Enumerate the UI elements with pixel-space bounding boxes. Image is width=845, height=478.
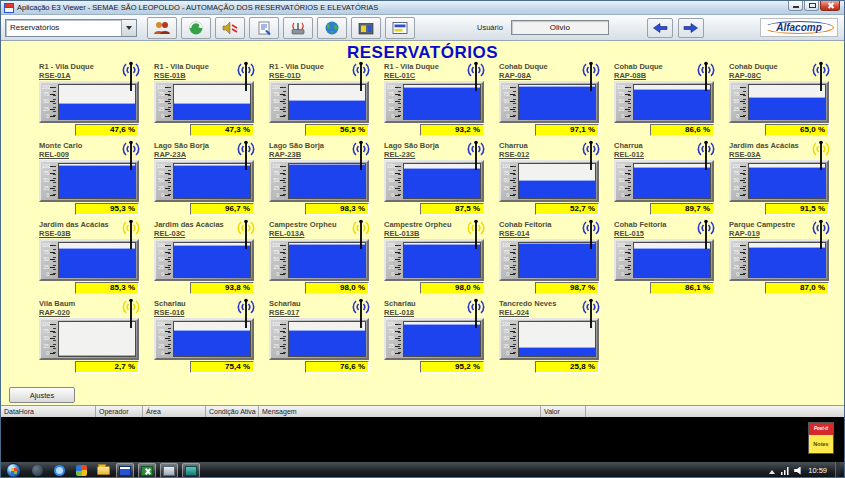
tank-fill [174, 330, 250, 356]
alarm-table-header: DataHoraOperadorÁreaCondição AtivaMensag… [1, 405, 844, 417]
levels-icon[interactable] [385, 17, 415, 39]
tank-fill [289, 330, 365, 356]
tank-widget: Parque Campestre RAP-019 1007550250 87,0… [729, 221, 835, 294]
alarm-speaker-icon[interactable] [215, 17, 245, 39]
tank-fill [59, 248, 135, 277]
tank-scale: 1007550250 [386, 83, 402, 121]
taskbar-app-icon-1[interactable] [28, 463, 46, 478]
tank-fill [404, 168, 480, 198]
screen-selector[interactable]: Reservatórios [5, 19, 137, 37]
tank-fill [404, 87, 480, 119]
tank-widget: Jardim das Acácias REL-03C 1007550250 93… [154, 221, 260, 294]
tray-expand-icon[interactable] [769, 467, 775, 474]
volume-icon[interactable] [794, 467, 802, 475]
telemetry-antenna-icon[interactable] [283, 17, 313, 39]
tank-level-value: 2,7 % [75, 361, 139, 373]
taskbar-folder-icon[interactable] [94, 463, 112, 478]
tank-level-value: 95,2 % [420, 361, 484, 373]
tank-widget: Scharlau RSE-016 1007550250 75,4 % [154, 300, 260, 373]
station-panel-icon[interactable] [351, 17, 381, 39]
antenna-icon [120, 61, 142, 91]
tank-level-value: 75,4 % [190, 361, 254, 373]
back-button[interactable] [647, 18, 673, 38]
world-icon[interactable] [317, 17, 347, 39]
antenna-icon [120, 219, 142, 249]
report-icon[interactable] [249, 17, 279, 39]
tank-fill [634, 89, 710, 118]
maximize-button[interactable] [804, 1, 819, 11]
tank-fill [404, 324, 480, 356]
tank-level-value: 93,8 % [190, 282, 254, 294]
chevron-down-icon[interactable] [121, 20, 136, 36]
tank-level-value: 56,5 % [305, 124, 369, 136]
users-icon[interactable] [147, 17, 177, 39]
antenna-icon [465, 140, 487, 170]
antenna-icon [810, 61, 832, 91]
postit-notes-icon[interactable]: Post-it Notes [808, 422, 834, 454]
alarm-column-header[interactable]: Área [143, 406, 206, 417]
antenna-icon [350, 61, 372, 91]
taskbar-clock[interactable]: 10:59 [808, 466, 827, 475]
alarm-column-header[interactable]: Valor [541, 406, 586, 417]
antenna-icon [810, 140, 832, 170]
minimize-button[interactable] [788, 1, 803, 11]
tank-row: Monte Carlo REL-009 1007550250 95,3 % La… [39, 142, 844, 215]
tank-widget: Jardim das Acácias RSE-03A 1007550250 91… [729, 142, 835, 215]
antenna-icon [120, 298, 142, 328]
tank-widget: Cohab Duque RAP-08A 1007550250 97,1 % [499, 63, 605, 136]
user-field[interactable]: Olivio [511, 20, 609, 35]
tank-row: Vila Baum RAP-020 1007550250 2,7 % Schar… [39, 300, 844, 373]
antenna-icon [350, 140, 372, 170]
taskbar-browser-icon[interactable] [50, 463, 68, 478]
tank-level-value: 98,7 % [535, 282, 599, 294]
tank-widget: Cohab Duque RAP-08C 1007550250 65,0 % [729, 63, 835, 136]
tank-fill [634, 167, 710, 197]
taskbar-app-icon-2[interactable] [160, 463, 178, 478]
antenna-icon [235, 219, 257, 249]
alarm-column-header[interactable]: Condição Ativa [206, 406, 259, 417]
alarm-column-header[interactable]: Mensagem [259, 406, 541, 417]
tank-scale: 1007550250 [731, 83, 747, 121]
user-label: Usuário [477, 23, 503, 32]
tank-widget: Cohab Duque RAP-08B 1007550250 86,6 % [614, 63, 720, 136]
tank-scale: 1007550250 [616, 241, 632, 279]
tank-widget: R1 - Vila Duque RSE-01B 1007550250 47,3 … [154, 63, 260, 136]
taskbar-e3viewer-icon[interactable] [116, 463, 134, 478]
start-button[interactable] [6, 463, 21, 478]
alarm-header-filler [586, 406, 844, 417]
tank-level-value: 98,0 % [305, 282, 369, 294]
alarm-column-header[interactable]: DataHora [1, 406, 96, 417]
ajustes-button[interactable]: Ajustes [9, 387, 75, 403]
close-button[interactable] [820, 1, 840, 11]
app-icon [4, 3, 14, 13]
tank-scale: 1007550250 [386, 320, 402, 358]
tank-widget: Lago São Borja RAP-23A 1007550250 96,7 % [154, 142, 260, 215]
tank-scale: 1007550250 [501, 320, 517, 358]
antenna-icon [235, 140, 257, 170]
network-icon[interactable] [781, 467, 789, 475]
forward-button[interactable] [678, 18, 704, 38]
show-desktop-button[interactable] [835, 462, 840, 478]
tank-fill [59, 165, 135, 197]
antenna-icon [120, 140, 142, 170]
taskbar-media-icon[interactable] [72, 463, 90, 478]
tank-widget: Charrua RSE-012 1007550250 52,7 % [499, 142, 605, 215]
antenna-icon [465, 219, 487, 249]
tank-fill [749, 97, 825, 119]
tank-scale: 1007550250 [386, 241, 402, 279]
tank-widget: R1 - Vila Duque RSE-01A 1007550250 47,6 … [39, 63, 145, 136]
tank-scale: 1007550250 [616, 162, 632, 200]
tank-widget: Campestre Orpheu REL-013B 1007550250 98,… [384, 221, 490, 294]
tank-scale: 1007550250 [156, 83, 172, 121]
tank-level-value: 96,7 % [190, 203, 254, 215]
tank-fill [289, 100, 365, 119]
tank-fill [634, 248, 710, 277]
tank-level-value: 47,6 % [75, 124, 139, 136]
tank-widget: Vila Baum RAP-020 1007550250 2,7 % [39, 300, 145, 373]
alarm-column-header[interactable]: Operador [96, 406, 143, 417]
taskbar-app-icon-3[interactable] [182, 463, 200, 478]
antenna-icon [580, 61, 602, 91]
refresh-globe-icon[interactable] [181, 17, 211, 39]
taskbar-spreadsheet-icon[interactable] [138, 463, 156, 478]
antenna-icon [580, 140, 602, 170]
